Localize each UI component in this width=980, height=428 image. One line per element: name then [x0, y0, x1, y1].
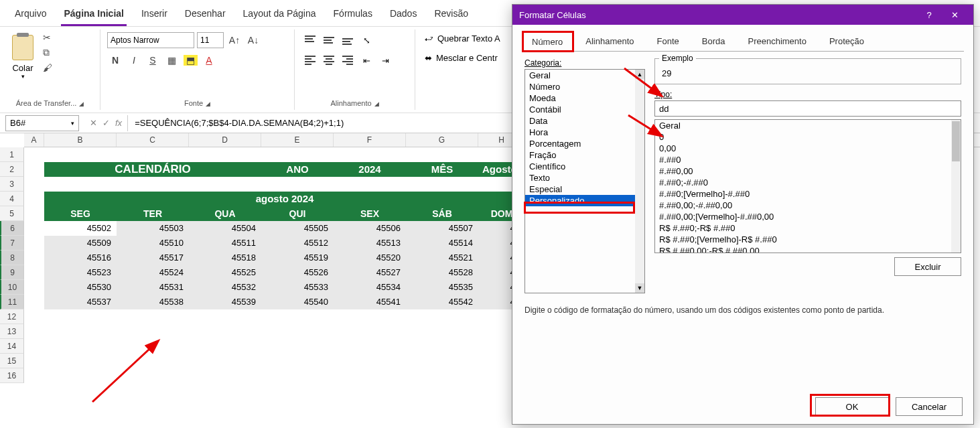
- category-item[interactable]: Personalizado: [525, 195, 644, 206]
- cell[interactable]: [44, 339, 551, 354]
- cell[interactable]: TER: [117, 206, 189, 221]
- cell[interactable]: 45540: [261, 295, 334, 309]
- cell[interactable]: [24, 324, 44, 339]
- cell[interactable]: [44, 177, 551, 192]
- format-painter-icon[interactable]: 🖌: [43, 62, 52, 73]
- row-header[interactable]: 10: [0, 280, 24, 295]
- cell[interactable]: 45514: [406, 236, 478, 251]
- tab-pagina-inicial[interactable]: Página Inicial: [61, 5, 126, 26]
- type-item[interactable]: R$ #.##0,00;-R$ #.##0,00: [655, 245, 961, 253]
- cell[interactable]: [44, 147, 551, 162]
- category-item[interactable]: Geral: [525, 70, 644, 81]
- cell[interactable]: ANO: [261, 162, 334, 177]
- cell[interactable]: [24, 309, 44, 324]
- tipo-input[interactable]: [654, 100, 961, 117]
- cell[interactable]: 45518: [189, 251, 261, 265]
- type-item[interactable]: #.##0,00: [655, 165, 961, 177]
- tab-desenhar[interactable]: Desenhar: [182, 5, 228, 26]
- confirm-formula-icon[interactable]: ✓: [102, 118, 110, 128]
- dialog-tab-numero[interactable]: Número: [522, 32, 573, 52]
- column-header[interactable]: B: [44, 133, 117, 147]
- column-header[interactable]: C: [117, 133, 189, 147]
- cell[interactable]: 45521: [406, 251, 478, 265]
- align-center-icon[interactable]: [320, 52, 338, 68]
- cell[interactable]: 45509: [44, 236, 117, 251]
- cell[interactable]: 45527: [334, 265, 406, 280]
- type-item[interactable]: #.##0;[Vermelho]-#.##0: [655, 188, 961, 200]
- category-item[interactable]: Contábil: [525, 104, 644, 115]
- cell[interactable]: 45534: [334, 280, 406, 295]
- bold-button[interactable]: N: [107, 52, 123, 68]
- cell[interactable]: 45535: [406, 280, 478, 295]
- cell[interactable]: [44, 368, 551, 383]
- cell[interactable]: [24, 236, 44, 251]
- cell[interactable]: [24, 368, 44, 383]
- row-header[interactable]: 9: [0, 265, 24, 280]
- cell[interactable]: 45511: [189, 236, 261, 251]
- cell[interactable]: 45538: [117, 295, 189, 309]
- row-header[interactable]: 15: [0, 354, 24, 368]
- cell[interactable]: SEG: [44, 206, 117, 221]
- cancel-button[interactable]: Cancelar: [896, 397, 963, 416]
- cell[interactable]: 45506: [334, 221, 406, 236]
- cell[interactable]: 45517: [117, 251, 189, 265]
- paste-button[interactable]: Colar ▾: [7, 32, 39, 82]
- row-header[interactable]: 16: [0, 368, 24, 383]
- merge-center-button[interactable]: ⬌ Mesclar e Centr: [422, 52, 516, 64]
- cell[interactable]: [24, 295, 44, 309]
- row-header[interactable]: 5: [0, 206, 24, 221]
- row-header[interactable]: 1: [0, 147, 24, 162]
- cell[interactable]: 45502: [44, 221, 117, 236]
- column-header[interactable]: A: [24, 133, 44, 147]
- tipo-list[interactable]: Geral00,00#.##0#.##0,00#.##0;-#.##0#.##0…: [654, 119, 961, 253]
- borders-button[interactable]: ▦: [163, 52, 180, 68]
- align-top-icon[interactable]: [301, 32, 319, 48]
- cell[interactable]: [44, 324, 551, 339]
- italic-button[interactable]: I: [126, 52, 142, 68]
- column-header[interactable]: E: [261, 133, 334, 147]
- fill-color-button[interactable]: ⬒: [182, 52, 198, 68]
- category-item[interactable]: Data: [525, 115, 644, 127]
- tab-inserir[interactable]: Inserir: [139, 5, 170, 26]
- dialog-tab-protecao[interactable]: Proteção: [819, 31, 874, 51]
- category-item[interactable]: Hora: [525, 127, 644, 138]
- type-item[interactable]: #.##0: [655, 154, 961, 165]
- tab-dados[interactable]: Dados: [387, 5, 419, 26]
- type-item[interactable]: #.##0,00;-#.##0,00: [655, 200, 961, 211]
- category-item[interactable]: Porcentagem: [525, 138, 644, 149]
- tab-layout[interactable]: Layout da Página: [240, 5, 319, 26]
- tab-formulas[interactable]: Fórmulas: [331, 5, 375, 26]
- dialog-tab-preenchimento[interactable]: Preenchimento: [738, 31, 816, 51]
- font-size-input[interactable]: [197, 32, 224, 48]
- cell[interactable]: [24, 162, 44, 177]
- cell[interactable]: QUI: [261, 206, 334, 221]
- close-icon[interactable]: ✕: [942, 5, 967, 24]
- column-header[interactable]: G: [406, 133, 478, 147]
- cell[interactable]: 45524: [117, 265, 189, 280]
- type-item[interactable]: #.##0;-#.##0: [655, 177, 961, 188]
- name-box[interactable]: B6# ▾: [5, 115, 79, 131]
- category-item[interactable]: Número: [525, 81, 644, 92]
- cell[interactable]: 45505: [261, 221, 334, 236]
- cell[interactable]: 45507: [406, 221, 478, 236]
- cell[interactable]: 45516: [44, 251, 117, 265]
- category-item[interactable]: Científico: [525, 161, 644, 172]
- decrease-indent-icon[interactable]: ⇤: [358, 52, 375, 68]
- row-header[interactable]: 7: [0, 236, 24, 251]
- column-header[interactable]: F: [334, 133, 406, 147]
- dialog-tab-alinhamento[interactable]: Alinhamento: [575, 31, 644, 51]
- row-header[interactable]: 11: [0, 295, 24, 309]
- cell[interactable]: [24, 221, 44, 236]
- scissors-icon[interactable]: ✂: [43, 32, 52, 43]
- orientation-icon[interactable]: ⤡: [358, 32, 375, 48]
- cell[interactable]: 45539: [189, 295, 261, 309]
- cell[interactable]: 45510: [117, 236, 189, 251]
- cell[interactable]: 45512: [261, 236, 334, 251]
- cell[interactable]: QUA: [189, 206, 261, 221]
- scrollbar-thumb[interactable]: [952, 121, 960, 161]
- cell[interactable]: 45542: [406, 295, 478, 309]
- cell[interactable]: 45533: [261, 280, 334, 295]
- cell[interactable]: 45532: [189, 280, 261, 295]
- type-item[interactable]: Geral: [655, 120, 961, 131]
- cell[interactable]: [24, 147, 44, 162]
